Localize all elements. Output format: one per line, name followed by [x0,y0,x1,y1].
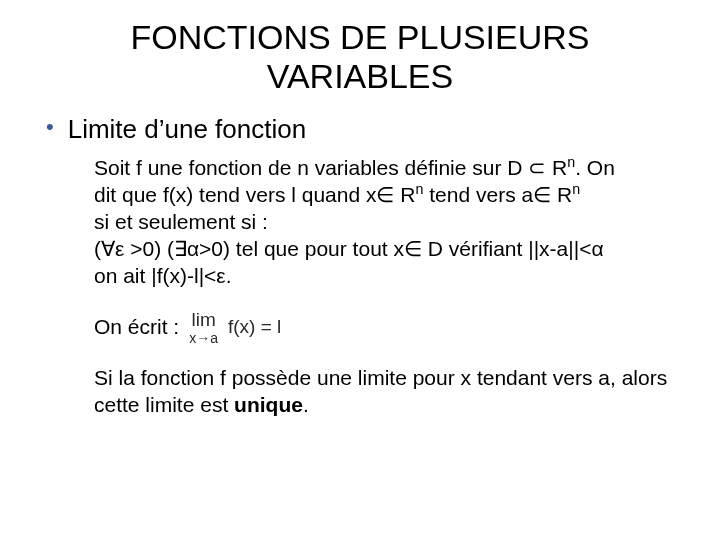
definition-paragraph: Soit f une fonction de n variables défin… [94,155,680,289]
unique-c: . [303,393,309,416]
def-line3: si et seulement si : [94,210,268,233]
def-line2b: tend vers a∈ R [423,183,572,206]
unique-a: Si la fonction f possède une limite pour… [94,366,667,416]
def-line2a: dit que f(x) tend vers l quand x∈ R [94,183,416,206]
write-label: On écrit : [94,314,179,341]
limit-bottom: x→a [189,331,218,345]
bullet-label: Limite d’une fonction [68,114,306,145]
def-line1b: . On [575,156,615,179]
def-line1-sup: n [567,154,575,170]
def-line2-sup2: n [572,181,580,197]
limit-top: lim [191,310,215,329]
bullet-dot-icon: • [46,114,54,140]
limit-expression: f(x) = l [228,315,281,339]
unique-b: unique [234,393,303,416]
limit-symbol: lim x→a [189,310,218,345]
uniqueness-paragraph: Si la fonction f possède une limite pour… [94,365,680,419]
def-line5: on ait |f(x)-l|<ε. [94,264,232,287]
bullet-limit: • Limite d’une fonction [46,114,680,145]
slide-title: FONCTIONS DE PLUSIEURS VARIABLES [40,18,680,96]
def-line4: (∀ε >0) (∃α>0) tel que pour tout x∈ D vé… [94,237,604,260]
limit-line: On écrit : lim x→a f(x) = l [94,310,680,345]
def-line1a: Soit f une fonction de n variables défin… [94,156,567,179]
